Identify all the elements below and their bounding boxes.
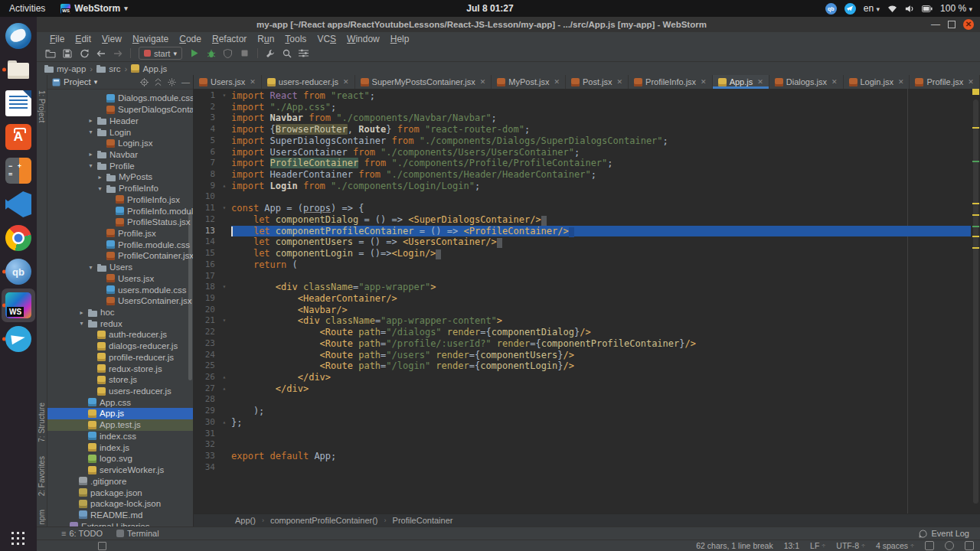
code-line-17[interactable]: 17	[194, 271, 971, 282]
code-text[interactable]	[231, 429, 971, 440]
editor-breadcrumb-item[interactable]: ProfileContainer	[393, 516, 453, 525]
notifications-icon[interactable]	[965, 541, 974, 550]
tree-item-ProfileInfo[interactable]: ▾ProfileInfo	[47, 183, 193, 194]
code-line-12[interactable]: 12 let componentDialog = () => <SuperDia…	[194, 214, 971, 226]
tree-item-package-lock.json[interactable]: package-lock.json	[47, 498, 193, 510]
code-line-16[interactable]: 16 return (	[194, 259, 971, 271]
battery-percent[interactable]: 100 % ▾	[940, 3, 972, 14]
tree-expanded-icon[interactable]: ▾	[96, 185, 103, 192]
code-text[interactable]: import HeaderContainer from "./component…	[231, 169, 971, 181]
menu-navigate[interactable]: Navigate	[127, 34, 174, 44]
tree-item-ProfileContainer.jsx[interactable]: ProfileContainer.jsx	[47, 250, 193, 262]
code-text[interactable]: <Route path="/dialogs" render={component…	[231, 327, 971, 338]
editor-breadcrumb-item[interactable]: App()	[235, 516, 256, 525]
tree-item-hoc[interactable]: ▸hoc	[47, 307, 193, 318]
coverage-icon[interactable]	[220, 47, 236, 60]
code-line-7[interactable]: 7import ProfileContainer from "./compone…	[194, 158, 971, 169]
telegram-launcher-item[interactable]	[2, 322, 35, 356]
close-icon[interactable]: ✕	[554, 78, 560, 86]
tree-item-Dialogs.module.css[interactable]: Dialogs.module.css	[47, 93, 193, 104]
line-separator-select[interactable]: LF÷	[810, 541, 825, 550]
tree-item-Profile.jsx[interactable]: Profile.jsx	[47, 228, 193, 240]
save-icon[interactable]	[60, 47, 75, 60]
code-line-22[interactable]: 22 <Route path="/dialogs" render={compon…	[194, 327, 971, 338]
tree-item-dialogs-reducer.js[interactable]: dialogs-reducer.js	[47, 341, 193, 352]
code-line-11[interactable]: 11▾const App = (props) => {	[194, 203, 971, 214]
terminal-tool-button[interactable]: Terminal	[116, 529, 159, 538]
code-text[interactable]	[231, 394, 971, 406]
tree-item-Login[interactable]: ▾Login	[47, 126, 193, 138]
settings-sliders-icon[interactable]	[296, 47, 312, 60]
code-line-9[interactable]: 9▴import Login from "./components/Login/…	[194, 181, 971, 192]
code-text[interactable]: <Route path="/profile/:userId?" render={…	[231, 338, 971, 350]
code-text[interactable]: <Navbar/>	[231, 305, 971, 316]
activities-button[interactable]: Activities	[0, 3, 54, 14]
code-line-21[interactable]: 21▾ <div className="app-wrapper-content"…	[194, 315, 971, 327]
code-text[interactable]: let componentUsers = () => <UsersContain…	[231, 236, 971, 248]
code-line-25[interactable]: 25 <Route path="/login" render={componen…	[194, 360, 971, 372]
tree-item-App.js[interactable]: App.js	[47, 408, 193, 419]
menu-file[interactable]: File	[44, 34, 70, 44]
chrome-launcher-item[interactable]	[2, 221, 35, 255]
qbittorrent-tray-icon[interactable]: qb	[825, 3, 837, 15]
tree-item-ProfileInfo.module.css[interactable]: ProfileInfo.module.css	[47, 205, 193, 217]
code-line-5[interactable]: 5import SuperDialogsContainer from "./co…	[194, 135, 971, 147]
tree-collapsed-icon[interactable]: ▸	[87, 151, 94, 158]
software-launcher-item[interactable]	[2, 120, 35, 154]
tab-Post.jsx[interactable]: Post.jsx✕	[566, 75, 629, 89]
code-line-1[interactable]: 1▾import React from "react";	[194, 90, 971, 102]
code-line-3[interactable]: 3import Navbar from "./components/Navbar…	[194, 112, 971, 124]
lock-icon[interactable]	[925, 541, 934, 550]
tree-item-index.css[interactable]: index.css	[47, 431, 193, 442]
volume-icon[interactable]	[905, 5, 914, 13]
tree-collapsed-icon[interactable]: ▸	[87, 117, 94, 124]
tree-expanded-icon[interactable]: ▾	[78, 320, 85, 327]
tab-MyPost.jsx[interactable]: MyPost.jsx✕	[492, 75, 566, 89]
tree-item-MyPosts[interactable]: ▸MyPosts	[47, 171, 193, 183]
tree-item-auth-reducer.js[interactable]: auth-reducer.js	[47, 329, 193, 341]
code-editor[interactable]: 1▾import React from "react";2import "./A…	[194, 89, 980, 514]
tree-item-index.js[interactable]: index.js	[47, 442, 193, 453]
caret-position[interactable]: 13:1	[784, 541, 799, 550]
close-icon[interactable]: ✕	[343, 78, 349, 86]
tool-stripe-structure[interactable]: 7: Structure	[37, 403, 47, 442]
code-line-20[interactable]: 20 <Navbar/>	[194, 305, 971, 316]
menu-help[interactable]: Help	[385, 34, 415, 44]
calculator-launcher-item[interactable]	[2, 154, 35, 187]
tree-item-logo.svg[interactable]: logo.svg	[47, 453, 193, 465]
close-icon[interactable]: ✕	[617, 78, 623, 86]
wrench-icon[interactable]	[263, 47, 278, 60]
tree-item-profile-reducer.js[interactable]: profile-reducer.js	[47, 352, 193, 364]
back-icon[interactable]	[93, 47, 109, 60]
encoding-select[interactable]: UTF-8÷	[836, 541, 865, 550]
code-text[interactable]: import Navbar from "./components/Navbar/…	[231, 112, 971, 124]
close-icon[interactable]: ✕	[898, 78, 904, 86]
code-line-34[interactable]: 34	[194, 462, 971, 474]
tree-collapsed-icon[interactable]: ▸	[78, 309, 85, 316]
battery-icon[interactable]	[922, 5, 933, 12]
tree-expanded-icon[interactable]: ▾	[87, 264, 94, 271]
close-icon[interactable]: ✕	[250, 78, 256, 86]
forward-icon[interactable]	[110, 47, 126, 60]
tab-Users.jsx[interactable]: Users.jsx✕	[194, 75, 262, 89]
menu-run[interactable]: Run	[252, 34, 279, 44]
tree-item-README.md[interactable]: README.md	[47, 510, 193, 521]
tree-item-Header[interactable]: ▸Header	[47, 115, 193, 126]
tab-ProfileInfo.jsx[interactable]: ProfileInfo.jsx✕	[629, 75, 713, 89]
tree-item-SuperDialogsContainer.jsx[interactable]: SuperDialogsContainer.jsx	[47, 104, 193, 116]
fold-marker-icon[interactable]: ▴	[217, 417, 231, 429]
tree-scrollbar[interactable]	[188, 212, 192, 380]
tab-Dialogs.jsx[interactable]: Dialogs.jsx✕	[769, 75, 844, 89]
todo-tool-button[interactable]: ≡ 6: TODO	[61, 529, 103, 538]
fold-marker-icon[interactable]: ▴	[217, 372, 231, 383]
code-line-6[interactable]: 6import UsersContainer from "./component…	[194, 147, 971, 158]
locate-icon[interactable]	[140, 78, 149, 86]
code-line-15[interactable]: 15 let componentLogin = ()=><Login/>	[194, 248, 971, 259]
fold-marker-icon[interactable]: ▾	[217, 282, 231, 293]
tree-collapsed-icon[interactable]: ▸	[96, 174, 103, 181]
breadcrumb-item-src[interactable]: src	[96, 64, 120, 73]
code-line-30[interactable]: 30▴};	[194, 417, 971, 429]
close-icon[interactable]: ✕	[701, 78, 707, 86]
tree-expanded-icon[interactable]: ▾	[87, 129, 94, 135]
code-line-24[interactable]: 24 <Route path="/users" render={componen…	[194, 350, 971, 361]
